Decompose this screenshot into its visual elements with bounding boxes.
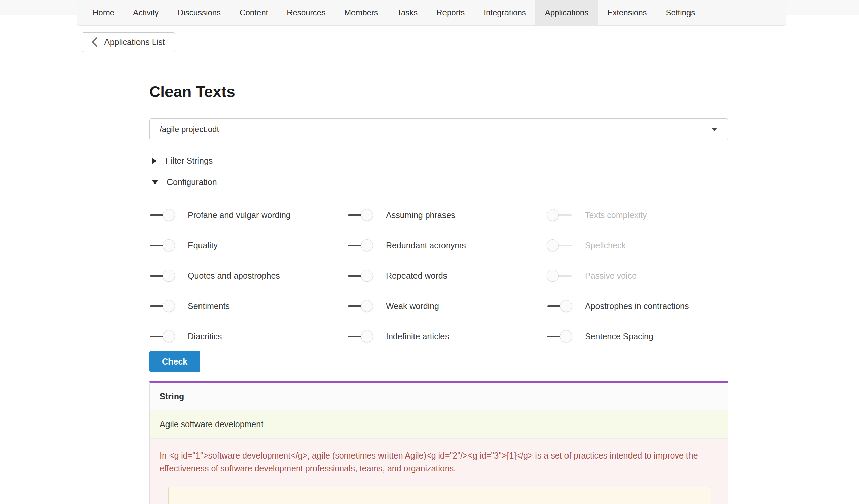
switch-knob bbox=[547, 270, 559, 281]
nav-tab-discussions[interactable]: Discussions bbox=[168, 0, 230, 25]
content-area: Clean Texts /agile project.odt Filter St… bbox=[77, 60, 728, 504]
chevron-left-icon bbox=[91, 37, 98, 47]
toggle-label: Passive voice bbox=[585, 271, 637, 281]
toggle-label: Diacritics bbox=[188, 332, 222, 341]
switch-knob bbox=[163, 270, 175, 281]
toggle-label: Sentence Spacing bbox=[585, 332, 653, 341]
toggle-item-profane-and-vulgar-wording: Profane and vulgar wording bbox=[149, 209, 347, 222]
toggle-switch-indefinite-articles[interactable] bbox=[347, 330, 373, 342]
toggle-label: Texts complexity bbox=[585, 210, 647, 220]
toggle-switch-texts-complexity[interactable] bbox=[547, 209, 572, 222]
toggle-item-quotes-and-apostrophes: Quotes and apostrophes bbox=[149, 269, 347, 282]
toggle-item-spellcheck: Spellcheck bbox=[547, 239, 728, 252]
toggle-item-sentence-spacing: Sentence Spacing bbox=[547, 330, 728, 342]
nav-tab-home[interactable]: Home bbox=[83, 0, 124, 25]
message-section: In <g id="1">software development</g>, a… bbox=[150, 439, 727, 504]
switch-knob bbox=[163, 239, 175, 251]
switch-knob bbox=[163, 300, 175, 312]
nav-tab-content[interactable]: Content bbox=[230, 0, 277, 25]
back-row: Applications List bbox=[77, 26, 786, 60]
toggle-item-repeated-words: Repeated words bbox=[347, 269, 547, 282]
switch-knob bbox=[560, 300, 572, 312]
switch-knob bbox=[361, 300, 373, 312]
caret-down-icon bbox=[711, 128, 718, 132]
toggle-item-apostrophes-in-contractions: Apostrophes in contractions bbox=[547, 300, 728, 312]
toggle-switch-sentence-spacing[interactable] bbox=[547, 330, 572, 342]
check-button[interactable]: Check bbox=[149, 351, 200, 372]
applications-list-back-button[interactable]: Applications List bbox=[81, 32, 175, 52]
toggle-label: Assuming phrases bbox=[386, 210, 455, 220]
toggle-switch-redundant-acronyms[interactable] bbox=[347, 239, 373, 252]
results-header: String bbox=[150, 383, 727, 410]
triangle-down-icon bbox=[152, 180, 158, 185]
switch-knob bbox=[163, 330, 175, 342]
switch-knob bbox=[163, 209, 175, 221]
nav-tab-activity[interactable]: Activity bbox=[124, 0, 168, 25]
toggle-label: Quotes and apostrophes bbox=[188, 271, 280, 281]
toggle-label: Profane and vulgar wording bbox=[188, 210, 291, 220]
toggle-item-redundant-acronyms: Redundant acronyms bbox=[347, 239, 547, 252]
switch-knob bbox=[547, 239, 559, 251]
toggle-label: Redundant acronyms bbox=[386, 241, 466, 250]
toggle-label: Indefinite articles bbox=[386, 332, 449, 341]
toggle-item-assuming-phrases: Assuming phrases bbox=[347, 209, 547, 222]
nav-tab-resources[interactable]: Resources bbox=[277, 0, 335, 25]
filter-strings-section-toggle[interactable]: Filter Strings bbox=[152, 156, 728, 166]
switch-knob bbox=[361, 270, 373, 281]
toggle-label: Spellcheck bbox=[585, 241, 626, 250]
nav-tab-extensions[interactable]: Extensions bbox=[598, 0, 656, 25]
toggle-switch-sentiments[interactable] bbox=[149, 300, 175, 312]
toggle-item-weak-wording: Weak wording bbox=[347, 300, 547, 312]
toggle-label: Repeated words bbox=[386, 271, 447, 281]
configuration-section-toggle[interactable]: Configuration bbox=[152, 177, 728, 187]
nav-tab-integrations[interactable]: Integrations bbox=[474, 0, 535, 25]
toggle-item-diacritics: Diacritics bbox=[149, 330, 347, 342]
toggle-switch-quotes-and-apostrophes[interactable] bbox=[149, 269, 175, 282]
toggle-switch-diacritics[interactable] bbox=[149, 330, 175, 342]
toggle-item-sentiments: Sentiments bbox=[149, 300, 347, 312]
nav-tab-settings[interactable]: Settings bbox=[657, 0, 705, 25]
toggle-switch-profane-and-vulgar-wording[interactable] bbox=[149, 209, 175, 222]
back-button-label: Applications List bbox=[104, 37, 165, 47]
toggle-label: Weak wording bbox=[386, 301, 439, 311]
toggle-grid: Profane and vulgar wordingAssuming phras… bbox=[149, 209, 728, 342]
switch-knob bbox=[361, 209, 373, 221]
filter-strings-label: Filter Strings bbox=[165, 156, 213, 166]
toggle-switch-repeated-words[interactable] bbox=[347, 269, 373, 282]
switch-knob bbox=[560, 330, 572, 342]
string-row: Agile software development bbox=[150, 410, 727, 439]
toggle-label: Equality bbox=[188, 241, 218, 250]
toggle-label: Apostrophes in contractions bbox=[585, 301, 689, 311]
toggle-item-indefinite-articles: Indefinite articles bbox=[347, 330, 547, 342]
results-panel: String Agile software development In <g … bbox=[149, 381, 728, 504]
nav-tab-tasks[interactable]: Tasks bbox=[388, 0, 427, 25]
switch-knob bbox=[547, 209, 559, 221]
configuration-label: Configuration bbox=[167, 177, 217, 187]
toggle-switch-equality[interactable] bbox=[149, 239, 175, 252]
file-select-value: /agile project.odt bbox=[160, 125, 219, 134]
file-select[interactable]: /agile project.odt bbox=[149, 118, 728, 140]
nav-tab-members[interactable]: Members bbox=[335, 0, 388, 25]
toggle-item-equality: Equality bbox=[149, 239, 347, 252]
toggle-item-texts-complexity: Texts complexity bbox=[547, 209, 728, 222]
warning-box: Weak wording Don't use `sometimes`, it l… bbox=[168, 487, 711, 504]
toggle-switch-apostrophes-in-contractions[interactable] bbox=[547, 300, 572, 312]
toggle-switch-spellcheck[interactable] bbox=[547, 239, 572, 252]
switch-knob bbox=[361, 330, 373, 342]
string-message-text: In <g id="1">software development</g>, a… bbox=[160, 449, 709, 475]
toggle-switch-assuming-phrases[interactable] bbox=[347, 209, 373, 222]
page-title: Clean Texts bbox=[149, 82, 728, 101]
toggle-switch-weak-wording[interactable] bbox=[347, 300, 373, 312]
toggle-item-passive-voice: Passive voice bbox=[547, 269, 728, 282]
main-container: HomeActivityDiscussionsContentResourcesM… bbox=[77, 0, 786, 504]
nav-tab-applications[interactable]: Applications bbox=[536, 0, 598, 25]
toggle-switch-passive-voice[interactable] bbox=[547, 269, 572, 282]
switch-knob bbox=[361, 239, 373, 251]
top-nav: HomeActivityDiscussionsContentResourcesM… bbox=[77, 0, 786, 26]
toggle-label: Sentiments bbox=[188, 301, 230, 311]
triangle-right-icon bbox=[152, 158, 157, 164]
nav-tab-reports[interactable]: Reports bbox=[427, 0, 474, 25]
